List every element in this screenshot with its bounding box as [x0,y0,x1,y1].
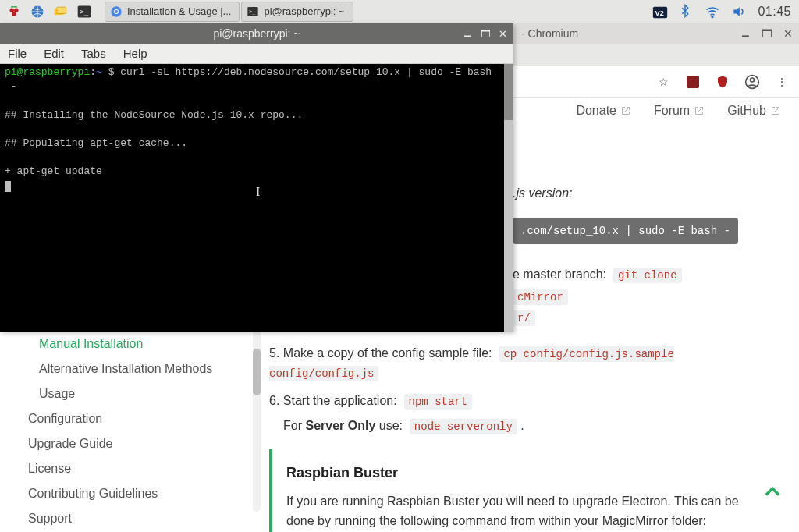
close-icon[interactable]: ✕ [499,28,507,40]
step-5: 5. Make a copy of the config sample file… [269,343,783,383]
bluetooth-icon[interactable] [678,4,694,20]
file-manager-icon[interactable] [50,2,72,22]
chromium-icon [110,5,123,18]
ublock-icon[interactable] [715,74,730,90]
sidebar-item-upgrade-guide[interactable]: Upgrade Guide [28,431,247,456]
terminal-body[interactable]: pi@raspberrypi:~ $ curl -sL https://deb.… [0,64,513,332]
maximize-icon[interactable]: 🗖 [762,27,772,40]
menu-help[interactable]: Help [123,47,147,60]
menu-file[interactable]: File [8,47,27,60]
minimize-icon[interactable]: 🗕 [463,28,473,40]
minimize-icon[interactable]: 🗕 [740,27,751,40]
svg-point-10 [115,10,118,13]
code-block[interactable]: .com/setup_10.x | sudo -E bash - [513,218,738,244]
code-chip[interactable]: git clone [613,268,682,283]
taskbar-item-terminal[interactable]: >_ pi@raspberrypi: ~ [241,2,353,22]
close-icon[interactable]: ✕ [783,27,793,40]
nav-forum[interactable]: Forum [654,104,704,118]
wifi-icon[interactable] [705,4,720,20]
profile-icon[interactable] [744,74,760,90]
maximize-icon[interactable]: 🗖 [481,28,491,40]
note-raspbian-buster: Raspbian Buster If you are running Raspb… [269,449,783,532]
code-chip[interactable]: npm start [404,394,473,410]
clock[interactable]: 01:45 [758,5,791,19]
sidebar-item-configuration[interactable]: Configuration [28,406,247,431]
svg-point-2 [12,11,16,16]
note-title: Raspbian Buster [286,462,769,484]
svg-point-15 [712,16,714,17]
code-chip: cMirror [513,289,568,305]
nav-donate[interactable]: Donate [576,104,630,118]
menu-tabs[interactable]: Tabs [81,47,106,60]
terminal-output[interactable]: pi@raspberrypi:~ $ curl -sL https://deb.… [0,64,513,195]
raspberry-menu-icon[interactable] [3,2,25,22]
window-controls: 🗕 🗖 ✕ [740,27,793,40]
step-6: 6. Start the application: npm start For … [269,391,783,435]
terminal-menubar: File Edit Tabs Help [0,44,513,64]
terminal-titlebar[interactable]: pi@raspberrypi: ~ 🗕 🗖 ✕ [0,23,513,44]
code-chip: r/ [513,310,535,326]
nav-github[interactable]: GitHub [727,104,780,118]
terminal-launcher-icon[interactable]: >_ [73,2,95,22]
extension-icon-1[interactable] [685,74,701,90]
chromium-title-suffix: - Chromium [521,27,578,40]
sidebar-item-alt-install[interactable]: Alternative Installation Methods [28,356,247,381]
svg-text:>_: >_ [80,6,89,15]
volume-icon[interactable] [731,4,747,20]
external-link-icon [694,106,704,115]
taskbar-item-chromium[interactable]: Installation & Usage |... [105,2,240,22]
sidebar-item-contributing[interactable]: Contributing Guidelines [28,481,247,506]
svg-rect-5 [57,7,66,13]
doc-sidebar: Manual Installation Alternative Installa… [28,332,247,532]
terminal-title: pi@raspberrypi: ~ [0,27,513,40]
sidebar-item-license[interactable]: License [28,456,247,481]
svg-point-18 [751,78,755,82]
sidebar-scrollbar[interactable] [253,328,261,512]
web-browser-icon[interactable] [27,2,48,22]
taskbar-item-label: pi@raspberrypi: ~ [264,5,344,17]
text-cursor-ibeam: I [256,185,260,199]
terminal-icon: >_ [247,5,259,18]
terminal-cursor [5,181,11,192]
sidebar-item-usage[interactable]: Usage [28,381,247,406]
vnc-icon[interactable]: V2 [652,4,667,20]
star-icon[interactable]: ☆ [655,74,671,90]
external-link-icon [771,106,780,115]
code-chip[interactable]: node serveronly [410,419,517,434]
scrollbar-thumb[interactable] [504,64,513,120]
kebab-menu-icon[interactable]: ⋮ [774,74,790,90]
scrollbar-thumb[interactable] [253,349,261,395]
sidebar-item-manual-installation[interactable]: Manual Installation [28,332,247,356]
site-nav: Donate Forum GitHub [576,104,780,118]
taskbar-item-label: Installation & Usage |... [127,5,231,17]
external-link-icon [621,106,630,115]
note-body: If you are running Raspbian Buster you w… [286,492,769,531]
svg-rect-16 [687,76,699,88]
menu-edit[interactable]: Edit [44,47,64,60]
terminal-scrollbar[interactable] [504,64,513,332]
desktop-taskbar: >_ Installation & Usage |... >_ pi@raspb… [0,0,799,23]
system-tray: V2 01:45 [652,4,799,20]
terminal-window[interactable]: pi@raspberrypi: ~ 🗕 🗖 ✕ File Edit Tabs H… [0,23,513,332]
svg-text:>_: >_ [250,9,256,15]
svg-text:V2: V2 [655,9,664,16]
taskbar-launchers: >_ Installation & Usage |... >_ pi@raspb… [0,2,353,22]
scroll-to-top-button[interactable] [762,481,783,509]
sidebar-item-support[interactable]: Support [28,506,247,531]
text-fragment: e master branch: [513,268,606,281]
text-fragment: .js version: [513,186,572,200]
